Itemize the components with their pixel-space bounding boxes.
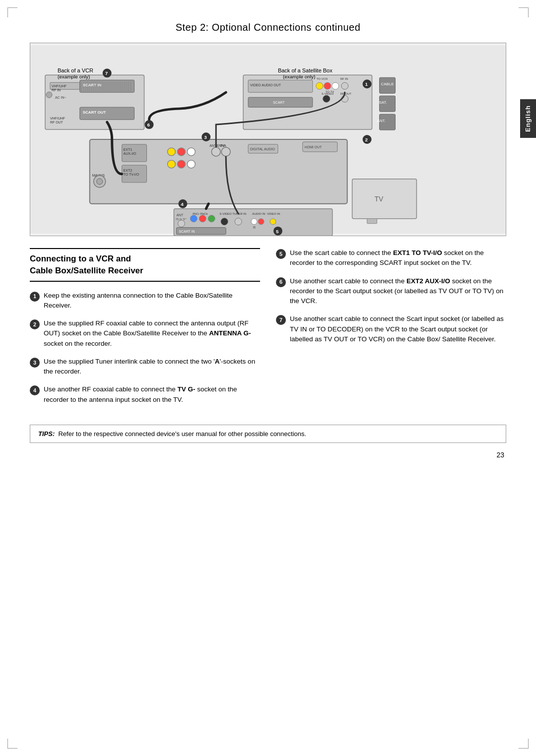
- svg-text:AC IN~: AC IN~: [55, 96, 67, 99]
- svg-text:R: R: [253, 226, 256, 229]
- svg-point-67: [97, 179, 103, 185]
- svg-text:TV: TV: [220, 144, 224, 147]
- svg-text:3: 3: [204, 134, 207, 140]
- corner-mark-br: [519, 739, 529, 749]
- svg-point-102: [221, 218, 228, 225]
- step-6: 6 Use another scart cable to connect the…: [276, 276, 506, 307]
- step-5: 5 Use the scart cable to connect the EXT…: [276, 248, 506, 268]
- svg-text:RF IN: RF IN: [340, 77, 348, 80]
- svg-text:4: 4: [181, 201, 184, 207]
- svg-point-74: [167, 148, 175, 156]
- svg-point-109: [258, 219, 264, 225]
- svg-point-99: [208, 215, 215, 222]
- svg-text:PbCr PbCb: PbCr PbCb: [193, 212, 208, 215]
- step-6-text: Use another scart cable to connect the E…: [290, 276, 506, 307]
- steps-left-column: 1 Keep the existing antenna connection t…: [30, 291, 260, 405]
- svg-text:TO VCR: TO VCR: [317, 77, 328, 80]
- svg-point-96: [178, 220, 185, 227]
- svg-text:ANT.: ANT.: [377, 119, 386, 123]
- svg-text:AUDIO IN: AUDIO IN: [252, 212, 266, 215]
- step-2: 2 Use the supplied RF coaxial cable to c…: [30, 318, 260, 349]
- svg-text:SCART: SCART: [273, 101, 285, 104]
- svg-text:2: 2: [365, 137, 368, 142]
- svg-text:VIDEO   AUDIO OUT: VIDEO AUDIO OUT: [250, 83, 281, 87]
- diagram-box: Back of a VCR (example only) VHF/UHF RF …: [30, 43, 506, 236]
- svg-point-77: [167, 160, 175, 168]
- step-3-text: Use the supplied Tuner interlink cable t…: [44, 357, 260, 377]
- step-7-text: Use another scart cable to connect the S…: [290, 314, 506, 344]
- svg-point-48: [324, 82, 331, 89]
- step-2-text: Use the supplied RF coaxial cable to con…: [44, 318, 260, 349]
- step-3-number: 3: [30, 358, 40, 368]
- steps-right-column: 5 Use the scart cable to connect the EXT…: [276, 248, 506, 344]
- svg-text:1: 1: [365, 81, 368, 87]
- svg-point-79: [187, 160, 195, 168]
- step-5-number: 5: [276, 249, 286, 259]
- svg-text:ANT: ANT: [176, 213, 184, 217]
- svg-text:S-VIDEO: S-VIDEO: [322, 92, 334, 95]
- svg-text:SCART OUT: SCART OUT: [83, 110, 106, 115]
- svg-point-108: [251, 219, 257, 225]
- svg-text:(example only): (example only): [283, 74, 315, 79]
- svg-point-53: [341, 82, 348, 89]
- page-number: 23: [30, 451, 506, 459]
- svg-text:Back of a Satellite Box: Back of a Satellite Box: [278, 67, 333, 73]
- english-side-tab: English: [520, 99, 536, 138]
- svg-text:7: 7: [105, 70, 108, 76]
- svg-rect-90: [352, 179, 417, 219]
- svg-text:VHF/UHF: VHF/UHF: [50, 117, 65, 120]
- svg-text:HDMI OUT: HDMI OUT: [305, 145, 322, 149]
- tips-label: TIPS:: [38, 430, 55, 438]
- step-4: 4 Use another RF coaxial cable to connec…: [30, 384, 260, 405]
- page-title-main: Step 2: Optional Connections: [176, 22, 312, 33]
- svg-point-76: [187, 148, 195, 156]
- svg-point-98: [199, 215, 206, 222]
- page-title-suffix: continued: [315, 22, 360, 33]
- svg-point-104: [235, 218, 242, 225]
- page-title: Step 2: Optional Connections continued: [30, 20, 506, 34]
- svg-text:RF OUT: RF OUT: [340, 92, 352, 95]
- step-7: 7 Use another scart cable to connect the…: [276, 314, 506, 344]
- step-1: 1 Keep the existing antenna connection t…: [30, 291, 260, 311]
- step-4-number: 4: [30, 385, 40, 395]
- corner-mark-tr: [519, 7, 529, 17]
- tips-box: TIPS: Refer to the respective connected …: [30, 425, 506, 443]
- step-3: 3 Use the supplied Tuner interlink cable…: [30, 357, 260, 377]
- corner-mark-tl: [7, 7, 17, 17]
- svg-point-97: [190, 215, 197, 222]
- section-heading: Connecting to a VCR and Cable Box/Satell…: [30, 248, 260, 282]
- section-heading-text: Connecting to a VCR and Cable Box/Satell…: [30, 253, 260, 277]
- step-4-text: Use another RF coaxial cable to connect …: [44, 384, 260, 405]
- step-2-number: 2: [30, 319, 40, 329]
- svg-text:VIDEO IN: VIDEO IN: [267, 212, 280, 215]
- step-1-number: 1: [30, 292, 40, 302]
- step-5-text: Use the scart cable to connect the EXT1 …: [290, 248, 506, 268]
- tips-text: Refer to the respective connected device…: [58, 430, 306, 438]
- svg-text:5: 5: [276, 229, 279, 234]
- svg-text:(example only): (example only): [58, 74, 90, 79]
- svg-point-75: [177, 148, 185, 156]
- svg-text:EXT2: EXT2: [124, 169, 133, 172]
- svg-text:S-VIDEO: S-VIDEO: [219, 212, 232, 215]
- svg-point-80: [211, 147, 220, 156]
- svg-point-111: [270, 219, 276, 225]
- svg-text:SCART IN: SCART IN: [179, 230, 195, 233]
- svg-point-82: [221, 147, 230, 156]
- svg-text:RF OUT: RF OUT: [50, 121, 64, 124]
- svg-point-6: [46, 92, 52, 98]
- svg-text:RF IN: RF IN: [52, 88, 61, 92]
- page-container: English Step 2: Optional Connections con…: [0, 0, 536, 756]
- vcr-label: Back of a VCR: [58, 67, 93, 73]
- step-1-text: Keep the existing antenna connection to …: [44, 291, 260, 311]
- svg-text:DIGITAL AUDIO: DIGITAL AUDIO: [250, 147, 275, 151]
- svg-text:6: 6: [147, 122, 150, 127]
- step-7-number: 7: [276, 315, 286, 325]
- svg-text:VHF/UHF: VHF/UHF: [52, 84, 67, 88]
- svg-text:AUX-I/O: AUX-I/O: [124, 152, 137, 155]
- svg-point-78: [177, 160, 185, 168]
- svg-rect-92: [367, 219, 377, 224]
- svg-point-47: [316, 82, 323, 89]
- svg-text:SAT.: SAT.: [379, 100, 387, 105]
- svg-text:TV: TV: [375, 195, 384, 203]
- svg-point-49: [332, 82, 339, 89]
